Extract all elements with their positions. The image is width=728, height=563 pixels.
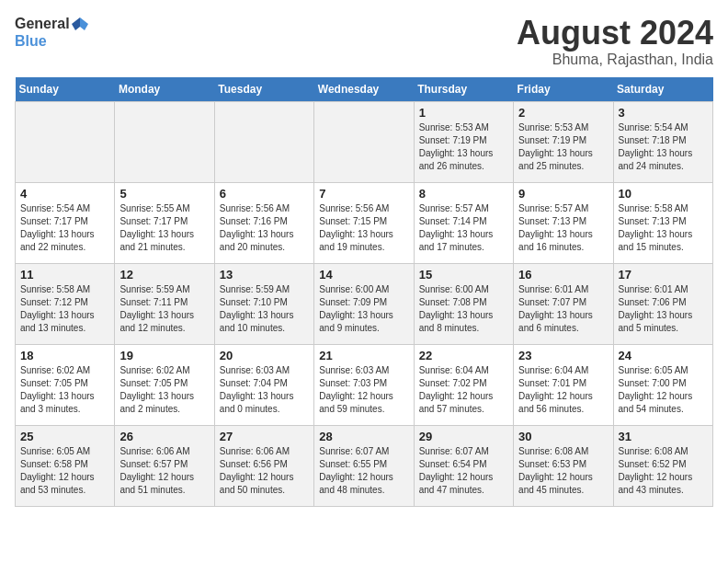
calendar-cell: 30Sunrise: 6:08 AM Sunset: 6:53 PM Dayli…: [514, 425, 613, 506]
calendar-cell: 21Sunrise: 6:03 AM Sunset: 7:03 PM Dayli…: [314, 344, 414, 425]
cell-content: Sunrise: 5:53 AM Sunset: 7:19 PM Dayligh…: [419, 121, 508, 173]
cell-content: Sunrise: 5:54 AM Sunset: 7:17 PM Dayligh…: [20, 202, 109, 254]
day-number: 10: [619, 187, 708, 201]
day-header-monday: Monday: [115, 77, 214, 102]
cell-content: Sunrise: 6:02 AM Sunset: 7:05 PM Dayligh…: [20, 364, 109, 416]
cell-content: Sunrise: 6:03 AM Sunset: 7:04 PM Dayligh…: [220, 364, 309, 416]
calendar-cell: 23Sunrise: 6:04 AM Sunset: 7:01 PM Dayli…: [514, 344, 613, 425]
day-number: 22: [419, 349, 508, 362]
day-number: 23: [518, 349, 608, 362]
calendar-cell: [214, 101, 313, 182]
calendar-subtitle: Bhuma, Rajasthan, India: [517, 52, 713, 68]
day-number: 20: [220, 349, 309, 362]
calendar-cell: 24Sunrise: 6:05 AM Sunset: 7:00 PM Dayli…: [613, 344, 712, 425]
cell-content: Sunrise: 6:08 AM Sunset: 6:52 PM Dayligh…: [619, 445, 708, 497]
cell-content: Sunrise: 6:08 AM Sunset: 6:53 PM Dayligh…: [518, 445, 608, 497]
calendar-cell: 15Sunrise: 6:00 AM Sunset: 7:08 PM Dayli…: [414, 263, 513, 344]
cell-content: Sunrise: 6:07 AM Sunset: 6:55 PM Dayligh…: [319, 445, 408, 497]
cell-content: Sunrise: 6:04 AM Sunset: 7:01 PM Dayligh…: [518, 364, 608, 416]
calendar-cell: 22Sunrise: 6:04 AM Sunset: 7:02 PM Dayli…: [414, 344, 513, 425]
calendar-cell: 5Sunrise: 5:55 AM Sunset: 7:17 PM Daylig…: [115, 182, 214, 263]
week-row-3: 11Sunrise: 5:58 AM Sunset: 7:12 PM Dayli…: [16, 263, 713, 344]
day-number: 7: [319, 187, 408, 201]
week-row-5: 25Sunrise: 6:05 AM Sunset: 6:58 PM Dayli…: [16, 425, 713, 506]
title-area: August 2024 Bhuma, Rajasthan, India: [517, 15, 713, 68]
day-number: 21: [319, 349, 408, 362]
day-number: 11: [20, 268, 109, 282]
day-number: 27: [220, 430, 309, 443]
cell-content: Sunrise: 6:06 AM Sunset: 6:57 PM Dayligh…: [119, 445, 209, 497]
day-header-friday: Friday: [514, 77, 613, 102]
day-number: 3: [619, 106, 708, 120]
cell-content: Sunrise: 6:06 AM Sunset: 6:56 PM Dayligh…: [220, 445, 309, 497]
cell-content: Sunrise: 6:07 AM Sunset: 6:54 PM Dayligh…: [419, 445, 508, 497]
logo-blue: Blue: [15, 32, 88, 50]
calendar-cell: 25Sunrise: 6:05 AM Sunset: 6:58 PM Dayli…: [16, 425, 115, 506]
header: General Blue August 2024 Bhuma, Rajastha…: [15, 15, 713, 68]
cell-content: Sunrise: 6:03 AM Sunset: 7:03 PM Dayligh…: [319, 364, 408, 416]
day-number: 25: [20, 430, 109, 443]
calendar-cell: 2Sunrise: 5:53 AM Sunset: 7:19 PM Daylig…: [514, 101, 613, 182]
day-number: 18: [20, 349, 109, 362]
cell-content: Sunrise: 5:54 AM Sunset: 7:18 PM Dayligh…: [619, 121, 708, 173]
cell-content: Sunrise: 5:56 AM Sunset: 7:15 PM Dayligh…: [319, 202, 408, 254]
week-row-4: 18Sunrise: 6:02 AM Sunset: 7:05 PM Dayli…: [16, 344, 713, 425]
calendar-cell: 4Sunrise: 5:54 AM Sunset: 7:17 PM Daylig…: [16, 182, 115, 263]
day-number: 26: [119, 430, 209, 443]
calendar-table: SundayMondayTuesdayWednesdayThursdayFrid…: [15, 77, 713, 507]
calendar-cell: [314, 101, 414, 182]
calendar-cell: 3Sunrise: 5:54 AM Sunset: 7:18 PM Daylig…: [613, 101, 712, 182]
week-row-2: 4Sunrise: 5:54 AM Sunset: 7:17 PM Daylig…: [16, 182, 713, 263]
calendar-cell: 12Sunrise: 5:59 AM Sunset: 7:11 PM Dayli…: [115, 263, 214, 344]
day-number: 5: [119, 187, 209, 201]
calendar-cell: 1Sunrise: 5:53 AM Sunset: 7:19 PM Daylig…: [414, 101, 513, 182]
logo-bird-icon: [72, 16, 88, 32]
calendar-cell: [16, 101, 115, 182]
day-number: 4: [20, 187, 109, 201]
calendar-title: August 2024: [517, 15, 713, 52]
cell-content: Sunrise: 6:00 AM Sunset: 7:08 PM Dayligh…: [419, 283, 508, 335]
cell-content: Sunrise: 5:57 AM Sunset: 7:13 PM Dayligh…: [518, 202, 608, 254]
day-number: 28: [319, 430, 408, 443]
calendar-cell: [115, 101, 214, 182]
calendar-cell: 28Sunrise: 6:07 AM Sunset: 6:55 PM Dayli…: [314, 425, 414, 506]
cell-content: Sunrise: 5:58 AM Sunset: 7:12 PM Dayligh…: [20, 283, 109, 335]
week-row-1: 1Sunrise: 5:53 AM Sunset: 7:19 PM Daylig…: [16, 101, 713, 182]
calendar-cell: 6Sunrise: 5:56 AM Sunset: 7:16 PM Daylig…: [214, 182, 313, 263]
cell-content: Sunrise: 6:04 AM Sunset: 7:02 PM Dayligh…: [419, 364, 508, 416]
day-number: 12: [119, 268, 209, 282]
cell-content: Sunrise: 6:02 AM Sunset: 7:05 PM Dayligh…: [119, 364, 209, 416]
calendar-cell: 26Sunrise: 6:06 AM Sunset: 6:57 PM Dayli…: [115, 425, 214, 506]
day-header-thursday: Thursday: [414, 77, 513, 102]
cell-content: Sunrise: 5:56 AM Sunset: 7:16 PM Dayligh…: [220, 202, 309, 254]
calendar-cell: 29Sunrise: 6:07 AM Sunset: 6:54 PM Dayli…: [414, 425, 513, 506]
svg-marker-1: [72, 17, 80, 30]
calendar-cell: 18Sunrise: 6:02 AM Sunset: 7:05 PM Dayli…: [16, 344, 115, 425]
cell-content: Sunrise: 5:59 AM Sunset: 7:10 PM Dayligh…: [220, 283, 309, 335]
logo-general: General: [15, 15, 70, 32]
day-number: 29: [419, 430, 508, 443]
day-header-tuesday: Tuesday: [214, 77, 313, 102]
calendar-cell: 9Sunrise: 5:57 AM Sunset: 7:13 PM Daylig…: [514, 182, 613, 263]
calendar-cell: 13Sunrise: 5:59 AM Sunset: 7:10 PM Dayli…: [214, 263, 313, 344]
cell-content: Sunrise: 6:00 AM Sunset: 7:09 PM Dayligh…: [319, 283, 408, 335]
days-header-row: SundayMondayTuesdayWednesdayThursdayFrid…: [16, 77, 713, 102]
cell-content: Sunrise: 5:53 AM Sunset: 7:19 PM Dayligh…: [518, 121, 608, 173]
day-number: 15: [419, 268, 508, 282]
day-number: 31: [619, 430, 708, 443]
day-number: 1: [419, 106, 508, 120]
day-number: 8: [419, 187, 508, 201]
calendar-cell: 16Sunrise: 6:01 AM Sunset: 7:07 PM Dayli…: [514, 263, 613, 344]
cell-content: Sunrise: 5:58 AM Sunset: 7:13 PM Dayligh…: [619, 202, 708, 254]
cell-content: Sunrise: 6:05 AM Sunset: 7:00 PM Dayligh…: [619, 364, 708, 416]
day-header-wednesday: Wednesday: [314, 77, 414, 102]
calendar-cell: 11Sunrise: 5:58 AM Sunset: 7:12 PM Dayli…: [16, 263, 115, 344]
day-number: 14: [319, 268, 408, 282]
calendar-cell: 8Sunrise: 5:57 AM Sunset: 7:14 PM Daylig…: [414, 182, 513, 263]
day-number: 30: [518, 430, 608, 443]
cell-content: Sunrise: 5:55 AM Sunset: 7:17 PM Dayligh…: [119, 202, 209, 254]
svg-marker-0: [80, 17, 88, 30]
logo: General Blue: [15, 15, 88, 50]
day-number: 17: [619, 268, 708, 282]
day-number: 2: [518, 106, 608, 120]
